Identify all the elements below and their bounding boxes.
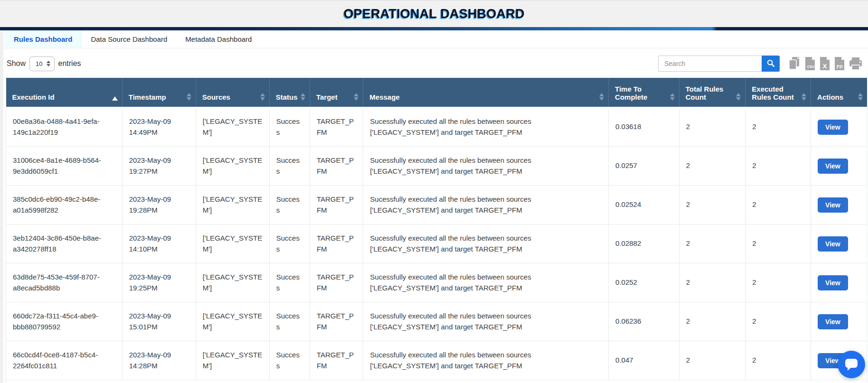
column-header-message[interactable]: Message bbox=[363, 78, 609, 107]
copy-icon bbox=[787, 56, 802, 71]
cell-message: Sucessfully executed all the rules betwe… bbox=[363, 302, 609, 341]
column-label: Actions bbox=[817, 93, 843, 101]
cell-timestamp: 2023-May-09 14:10PM bbox=[122, 224, 196, 263]
cell-executed-rules-count: 2 bbox=[745, 147, 811, 186]
cell-execution-id: 3eb12404-3c86-450e-b8ae-a3420278ff18 bbox=[6, 224, 123, 263]
cell-target: TARGET_PFM bbox=[310, 147, 363, 186]
cell-sources: ['LEGACY_SYSTEM'] bbox=[196, 107, 269, 147]
sort-icon bbox=[858, 93, 863, 101]
sort-icon bbox=[736, 93, 741, 101]
table-toolbar: Show 10 entries bbox=[0, 48, 868, 78]
cell-executed-rules-count: 2 bbox=[745, 107, 811, 147]
table-body: 00e8a36a-0488-4a41-9efa-149c1a220f19 202… bbox=[6, 107, 867, 383]
cell-timestamp: 2023-May-09 15:01PM bbox=[122, 302, 196, 341]
csv-export-button[interactable]: CSV bbox=[804, 56, 816, 71]
cell-target: TARGET_PFM bbox=[310, 107, 363, 147]
left-gutter bbox=[0, 31, 3, 383]
tab-data-source-dashboard[interactable]: Data Source Dashboard bbox=[82, 30, 176, 48]
cell-message: Sucessfully executed all the rules betwe… bbox=[363, 107, 609, 147]
cell-actions: View bbox=[811, 302, 867, 341]
table-row: 63d8de75-453e-459f-8707-a8ecad5bd88b 202… bbox=[6, 263, 867, 302]
cell-actions: View bbox=[811, 147, 867, 186]
cell-execution-id: 66c0cd4f-0ce8-4187-b5c4-2264fc01c811 bbox=[6, 341, 123, 380]
show-label: Show bbox=[7, 59, 26, 68]
page-length-control: Show 10 entries bbox=[7, 56, 81, 71]
cell-target: TARGET_PFM bbox=[310, 302, 363, 341]
cell-time-to-complete: 0.03618 bbox=[609, 107, 679, 147]
cell-time-to-complete: 0.02882 bbox=[609, 224, 679, 263]
table-row-partial bbox=[6, 380, 867, 383]
column-header-actions[interactable]: Actions bbox=[811, 78, 867, 107]
excel-export-button[interactable]: X bbox=[819, 56, 831, 71]
excel-file-icon: X bbox=[819, 56, 831, 71]
sort-icon bbox=[599, 93, 604, 101]
column-header-timestamp[interactable]: Timestamp bbox=[122, 78, 196, 107]
cell-message: Sucessfully executed all the rules betwe… bbox=[363, 186, 609, 224]
sort-icon bbox=[670, 93, 675, 101]
search-icon bbox=[766, 59, 775, 69]
cell-sources: ['LEGACY_SYSTEM'] bbox=[196, 147, 269, 186]
tab-rules-dashboard[interactable]: Rules Dashboard bbox=[4, 30, 82, 48]
entries-label: entries bbox=[58, 59, 81, 68]
pdf-export-button[interactable]: PD bbox=[833, 56, 846, 71]
view-button[interactable]: View bbox=[818, 236, 848, 252]
tab-bar: Rules Dashboard Data Source Dashboard Me… bbox=[0, 30, 868, 48]
column-header-executed-rules-count[interactable]: Executed Rules Count bbox=[745, 78, 811, 107]
view-button[interactable]: View bbox=[818, 197, 848, 213]
svg-text:PD: PD bbox=[836, 64, 842, 69]
cell-message: Sucessfully executed all the rules betwe… bbox=[363, 341, 609, 380]
tab-metadata-dashboard[interactable]: Metadata Dashboard bbox=[176, 30, 261, 48]
view-button[interactable]: View bbox=[818, 120, 848, 135]
column-header-total-rules-count[interactable]: Total Rules Count bbox=[679, 78, 745, 107]
sort-icon bbox=[301, 93, 305, 101]
search-input[interactable] bbox=[658, 56, 762, 72]
cell-executed-rules-count: 2 bbox=[745, 341, 811, 380]
cell-status: Success bbox=[269, 186, 310, 224]
cell-target: TARGET_PFM bbox=[310, 186, 363, 224]
cell-message: Sucessfully executed all the rules betwe… bbox=[363, 263, 609, 302]
column-label: Message bbox=[369, 93, 399, 101]
cell-time-to-complete: 0.0252 bbox=[609, 263, 679, 302]
svg-text:CSV: CSV bbox=[807, 65, 814, 69]
executions-table-wrap: Execution IdTimestampSourcesStatusTarget… bbox=[6, 78, 867, 383]
cell-actions: View bbox=[811, 263, 867, 302]
column-header-sources[interactable]: Sources bbox=[196, 78, 269, 107]
column-header-status[interactable]: Status bbox=[269, 78, 310, 107]
column-label: Total Rules Count bbox=[686, 85, 724, 101]
column-header-time-to-complete[interactable]: Time To Complete bbox=[609, 78, 679, 107]
cell-status: Success bbox=[269, 263, 310, 302]
cell-timestamp: 2023-May-09 19:27PM bbox=[122, 147, 196, 186]
column-label: Execution Id bbox=[12, 93, 55, 101]
cell-executed-rules-count: 2 bbox=[745, 186, 811, 224]
table-row: 385c0dc6-eb90-49c2-b48e-a01a5998f282 202… bbox=[6, 186, 867, 224]
view-button[interactable]: View bbox=[818, 159, 848, 174]
cell-time-to-complete: 0.047 bbox=[609, 341, 679, 380]
cell-execution-id: 660dc72a-f311-45c4-abe9-bbb880799592 bbox=[6, 302, 123, 341]
table-row: 31006ce4-8a1e-4689-b564-9e3dd6059cf1 202… bbox=[6, 147, 867, 186]
cell-actions: View bbox=[811, 186, 867, 224]
search-button[interactable] bbox=[762, 56, 780, 72]
column-label: Sources bbox=[202, 93, 230, 101]
cell-sources: ['LEGACY_SYSTEM'] bbox=[196, 302, 269, 341]
column-label: Timestamp bbox=[129, 93, 166, 101]
cell-sources: ['LEGACY_SYSTEM'] bbox=[196, 263, 269, 302]
view-button[interactable]: View bbox=[818, 314, 848, 329]
copy-button[interactable] bbox=[787, 56, 802, 71]
page-size-value: 10 bbox=[36, 60, 42, 67]
toolbar-right: CSV X PD bbox=[658, 56, 864, 72]
page-title: OPERATIONAL DASHBOARD bbox=[343, 7, 524, 21]
cell-actions: View bbox=[811, 107, 867, 147]
search-group bbox=[658, 56, 780, 72]
cell-time-to-complete: 0.02524 bbox=[609, 186, 679, 224]
cell-execution-id: 00e8a36a-0488-4a41-9efa-149c1a220f19 bbox=[6, 107, 123, 147]
column-header-execution-id[interactable]: Execution Id bbox=[6, 78, 123, 107]
column-header-target[interactable]: Target bbox=[310, 78, 363, 107]
table-row: 660dc72a-f311-45c4-abe9-bbb880799592 202… bbox=[6, 302, 867, 341]
table-row: 00e8a36a-0488-4a41-9efa-149c1a220f19 202… bbox=[6, 107, 867, 147]
page-size-select[interactable]: 10 bbox=[29, 56, 54, 71]
view-button[interactable]: View bbox=[818, 275, 848, 290]
print-button[interactable] bbox=[848, 56, 863, 71]
cell-status: Success bbox=[269, 341, 310, 380]
chat-widget-button[interactable] bbox=[838, 351, 865, 378]
table-row: 66c0cd4f-0ce8-4187-b5c4-2264fc01c811 202… bbox=[6, 341, 867, 380]
